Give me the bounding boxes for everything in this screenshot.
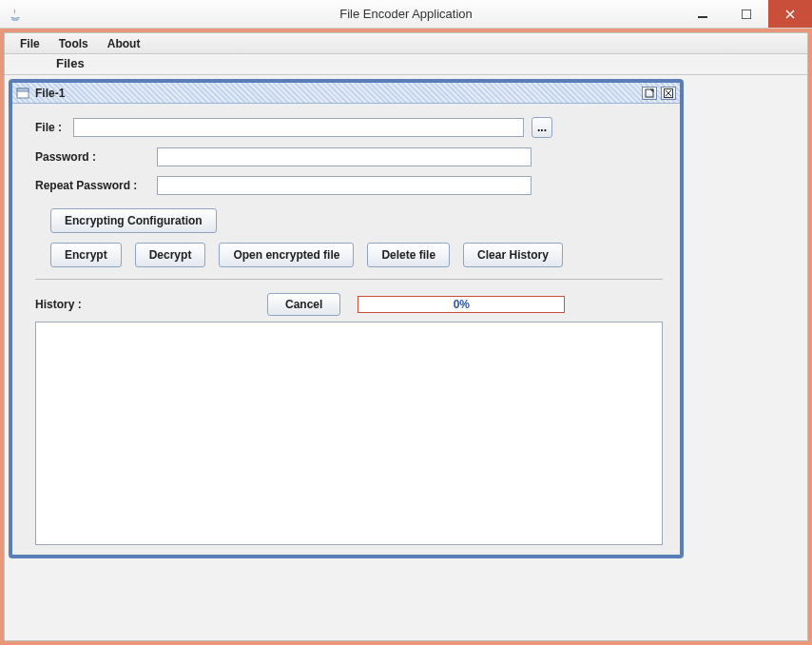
cancel-button[interactable]: Cancel	[267, 293, 340, 316]
repeat-password-input[interactable]	[157, 176, 532, 195]
svg-rect-3	[17, 88, 29, 91]
workspace: File-1	[5, 74, 807, 633]
encrypt-button[interactable]: Encrypt	[50, 243, 122, 267]
internal-frame-body: File : ... Password : Repeat Password : …	[12, 104, 680, 555]
password-row: Password :	[35, 147, 663, 166]
config-button-row: Encrypting Configuration	[50, 208, 663, 233]
window-title: File Encoder Application	[339, 7, 472, 21]
progress-text: 0%	[454, 298, 470, 311]
menu-about[interactable]: About	[98, 35, 150, 52]
file-label: File :	[35, 121, 73, 134]
internal-frame-maximize-button[interactable]	[642, 87, 657, 100]
browse-button[interactable]: ...	[532, 117, 552, 138]
menu-file[interactable]: File	[10, 35, 49, 52]
section-files-header: Files	[5, 54, 807, 74]
delete-file-button[interactable]: Delete file	[367, 243, 450, 267]
close-button[interactable]	[768, 0, 812, 28]
history-label: History :	[35, 298, 111, 311]
app-inner: File Tools About Files File-1	[4, 32, 808, 641]
menubar: File Tools About	[5, 33, 807, 54]
file-row: File : ...	[35, 117, 663, 138]
svg-rect-1	[742, 10, 751, 19]
java-icon	[8, 7, 23, 22]
svg-rect-0	[698, 16, 707, 18]
internal-frame-file-1: File-1	[9, 79, 684, 558]
progress-bar: 0%	[358, 296, 565, 313]
window-icon	[16, 87, 29, 100]
separator	[35, 279, 663, 280]
minimize-button[interactable]	[681, 0, 725, 28]
repeat-password-row: Repeat Password :	[35, 176, 663, 195]
action-button-row: Encrypt Decrypt Open encrypted file Dele…	[50, 243, 663, 267]
file-input[interactable]	[73, 118, 524, 137]
right-pane	[684, 75, 807, 633]
password-label: Password :	[35, 150, 157, 164]
window-titlebar: File Encoder Application	[0, 0, 812, 29]
history-textarea[interactable]	[35, 322, 663, 545]
repeat-password-label: Repeat Password :	[35, 179, 157, 192]
decrypt-button[interactable]: Decrypt	[135, 243, 206, 267]
internal-frame-close-button[interactable]	[661, 87, 676, 100]
open-encrypted-file-button[interactable]: Open encrypted file	[219, 243, 354, 267]
password-input[interactable]	[157, 147, 532, 166]
encrypting-configuration-button[interactable]: Encrypting Configuration	[50, 208, 217, 233]
history-row: History : Cancel 0%	[35, 293, 663, 316]
menu-tools[interactable]: Tools	[49, 35, 98, 52]
maximize-button[interactable]	[725, 0, 768, 28]
internal-frame-title: File-1	[35, 87, 65, 100]
clear-history-button[interactable]: Clear History	[463, 243, 563, 267]
internal-frame-titlebar[interactable]: File-1	[12, 83, 680, 104]
app-body: File Tools About Files File-1	[0, 29, 812, 645]
